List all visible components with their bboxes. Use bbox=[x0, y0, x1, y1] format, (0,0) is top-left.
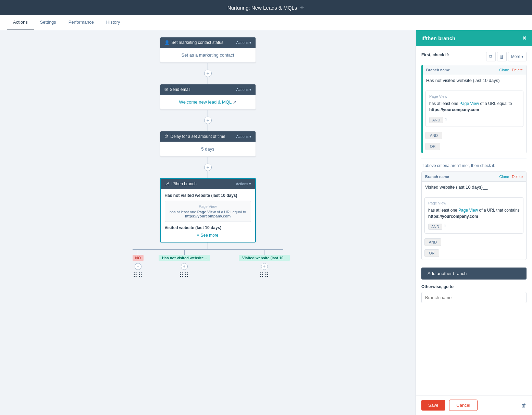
branch1-delete[interactable]: Delete bbox=[512, 68, 523, 72]
workflow: 👤 Set marketing contact status Actions ▾… bbox=[105, 37, 311, 279]
label-visited: Visited website (last 10... bbox=[239, 255, 290, 261]
tab-actions[interactable]: Actions bbox=[7, 15, 34, 29]
branch-col-visited: Visited website (last 10... + ⠿⠿ bbox=[239, 249, 290, 279]
node-title-delay: Delay for a set amount of time bbox=[171, 134, 225, 139]
email-link[interactable]: Welcome new lead & MQL bbox=[179, 99, 232, 105]
user-icon: 👤 bbox=[164, 40, 170, 45]
line-1 bbox=[208, 63, 208, 70]
branch2-name-header: Branch name Clone Delete bbox=[422, 172, 526, 182]
copy-btn[interactable]: ⧉ bbox=[486, 52, 496, 61]
node-actions-branch[interactable]: Actions ▾ bbox=[236, 182, 251, 186]
end-dots-not-visited: ⠿⠿ bbox=[179, 271, 189, 279]
branch-col-no: NO + ⠿⠿ bbox=[133, 249, 144, 279]
line-2b bbox=[208, 124, 208, 131]
branch2-name-input[interactable] bbox=[422, 182, 526, 192]
branch1-criteria-card: Page View has at least one Page View of … bbox=[425, 91, 523, 127]
branch1-or-block[interactable]: OR bbox=[425, 143, 440, 150]
branch1-info-icon[interactable]: ℹ bbox=[445, 117, 447, 121]
node-branch: ⎇ If/then branch Actions ▾ Has not visit… bbox=[160, 178, 256, 242]
connector-3: + bbox=[204, 157, 212, 178]
branch2-delete[interactable]: Delete bbox=[512, 175, 523, 179]
node-actions-email[interactable]: Actions ▾ bbox=[236, 87, 251, 92]
branch1-clone[interactable]: Clone bbox=[499, 68, 509, 72]
workflow-canvas: 👤 Set marketing contact status Actions ▾… bbox=[0, 30, 416, 415]
add-branch-btn[interactable]: Add another branch bbox=[421, 268, 527, 280]
branch2-or-block[interactable]: OR bbox=[424, 249, 439, 257]
branch1-and-btn[interactable]: AND bbox=[429, 117, 443, 123]
branch1-name-label: Branch name bbox=[426, 68, 450, 72]
main-layout: 👤 Set marketing contact status Actions ▾… bbox=[0, 30, 532, 415]
delay-icon: ⏱ bbox=[164, 134, 169, 139]
add-step-1[interactable]: + bbox=[204, 70, 212, 77]
delete-btn[interactable]: 🗑 bbox=[497, 52, 507, 61]
branch2-criteria-title: Page View bbox=[428, 201, 520, 205]
more-chevron: ▾ bbox=[521, 54, 523, 59]
branch1-header-actions: Clone Delete bbox=[499, 68, 523, 72]
node-body-marketing: Set as a marketing contact bbox=[160, 48, 256, 62]
add-step-2[interactable]: + bbox=[204, 117, 212, 124]
node-actions-delay[interactable]: Actions ▾ bbox=[236, 134, 251, 139]
top-bar: Nurturing: New Leads & MQLs ✏ bbox=[0, 0, 532, 15]
branch-icon: ⎇ bbox=[165, 181, 170, 186]
branch2-title: Visited website (last 10 days) bbox=[165, 225, 251, 230]
node-title-branch: If/then branch bbox=[172, 181, 197, 186]
node-header-marketing: 👤 Set marketing contact status Actions ▾ bbox=[160, 37, 256, 48]
cancel-button[interactable]: Cancel bbox=[449, 400, 477, 411]
more-btn[interactable]: More ▾ bbox=[508, 52, 527, 61]
add-step-3[interactable]: + bbox=[204, 164, 212, 171]
node-actions-marketing[interactable]: Actions ▾ bbox=[236, 40, 251, 45]
tab-history[interactable]: History bbox=[100, 15, 126, 29]
branch-outputs: NO + ⠿⠿ Has not visited website... + ⠿⠿ bbox=[105, 242, 311, 279]
branch2-header-actions: Clone Delete bbox=[499, 175, 523, 179]
panel-title: If/then branch bbox=[421, 35, 455, 41]
branch2-and-btn[interactable]: AND bbox=[428, 224, 442, 230]
branch1-page-view: Page View bbox=[459, 101, 479, 106]
branch1-criteria: Page View has at least one Page View of … bbox=[165, 201, 251, 222]
add-not-visited-branch[interactable]: + bbox=[181, 263, 188, 270]
email-icon: ✉ bbox=[164, 87, 168, 92]
panel-toolbar: ⧉ 🗑 More ▾ bbox=[486, 52, 527, 61]
line-3 bbox=[208, 157, 208, 164]
tab-performance[interactable]: Performance bbox=[62, 15, 100, 29]
branch1-criteria-text: has at least one Page View of a URL equa… bbox=[429, 100, 520, 113]
branch1-title: Has not visited website (last 10 days) bbox=[165, 193, 251, 198]
node-delay: ⏱ Delay for a set amount of time Actions… bbox=[160, 131, 256, 157]
branch2-info-icon[interactable]: ℹ bbox=[444, 224, 446, 228]
branch1-name-header: Branch name Clone Delete bbox=[423, 65, 526, 75]
line-1b bbox=[208, 77, 208, 84]
branch-spread: NO + ⠿⠿ Has not visited website... + ⠿⠿ bbox=[109, 249, 307, 279]
connector-2: + bbox=[204, 110, 212, 131]
branch2-card: Branch name Clone Delete Page View has a… bbox=[421, 171, 527, 260]
right-panel: If/then branch ✕ First, check if: ⧉ 🗑 Mo… bbox=[416, 30, 532, 415]
save-button[interactable]: Save bbox=[421, 400, 445, 411]
branch2-and-block[interactable]: AND bbox=[424, 238, 441, 246]
panel-footer: Save Cancel 🗑 bbox=[416, 395, 532, 415]
otherwise-input[interactable] bbox=[421, 292, 527, 303]
second-check-label: If above criteria aren't met, then check… bbox=[421, 163, 527, 168]
add-visited-branch[interactable]: + bbox=[261, 263, 268, 270]
node-set-marketing: 👤 Set marketing contact status Actions ▾… bbox=[160, 37, 256, 63]
criteria-body: has at least one Page View of a URL equa… bbox=[169, 210, 247, 218]
workflow-title: Nurturing: New Leads & MQLs bbox=[227, 5, 297, 11]
add-no-branch[interactable]: + bbox=[135, 263, 141, 270]
node-send-email: ✉ Send email Actions ▾ Welcome new lead … bbox=[160, 84, 256, 110]
edit-icon[interactable]: ✏ bbox=[300, 5, 305, 10]
end-dots-visited: ⠿⠿ bbox=[259, 271, 270, 279]
see-more-btn[interactable]: ▾ See more bbox=[165, 233, 251, 238]
spread-line bbox=[133, 249, 283, 250]
otherwise-label: Otherwise, go to bbox=[421, 284, 527, 289]
node-header-delay: ⏱ Delay for a set amount of time Actions… bbox=[160, 131, 256, 142]
branch1-name-input[interactable] bbox=[423, 75, 526, 86]
panel-close-btn[interactable]: ✕ bbox=[522, 35, 527, 42]
label-no: NO bbox=[133, 255, 144, 261]
branch2-clone[interactable]: Clone bbox=[499, 175, 509, 179]
branch2-criteria-card: Page View has at least one Page View of … bbox=[424, 197, 523, 234]
nav-tabs: Actions Settings Performance History bbox=[0, 15, 532, 30]
criteria-title: Page View bbox=[169, 204, 247, 209]
connector-1: + bbox=[204, 63, 212, 84]
footer-trash-btn[interactable]: 🗑 bbox=[521, 402, 527, 408]
first-check-label: First, check if: bbox=[421, 52, 449, 57]
tab-settings[interactable]: Settings bbox=[34, 15, 62, 29]
branch1-and-block[interactable]: AND bbox=[425, 132, 442, 139]
label-not-visited: Has not visited website... bbox=[159, 255, 210, 261]
